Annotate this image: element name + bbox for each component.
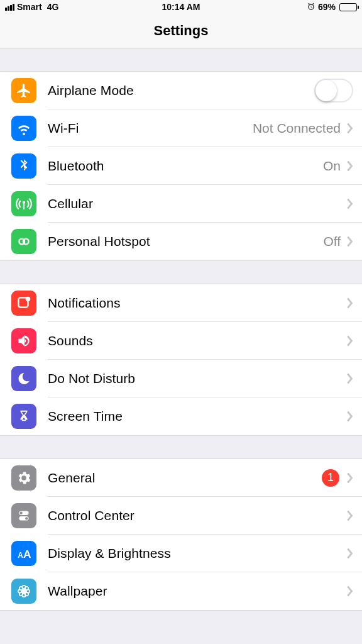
wifi-icon [11, 116, 36, 141]
alarm-icon [307, 3, 315, 11]
row-label: Wallpaper [48, 584, 347, 599]
row-label: Screen Time [48, 409, 347, 424]
row-bluetooth[interactable]: Bluetooth On [0, 147, 362, 185]
svg-point-18 [25, 592, 28, 596]
status-bar: Smart 4G 10:14 AM 69% [0, 0, 362, 14]
bluetooth-icon [11, 153, 36, 179]
row-label: Do Not Disturb [48, 371, 347, 386]
section-connectivity: Airplane Mode Wi-Fi Not Connected Blueto… [0, 71, 362, 261]
svg-point-10 [22, 589, 25, 592]
cellular-icon [11, 191, 36, 216]
row-airplane-mode[interactable]: Airplane Mode [0, 72, 362, 109]
row-label: Personal Hotspot [48, 234, 323, 249]
svg-point-15 [19, 587, 23, 590]
chevron-right-icon [347, 236, 353, 247]
row-label: Display & Brightness [48, 546, 347, 561]
row-label: Notifications [48, 296, 347, 311]
section-notifications: Notifications Sounds Do Not Disturb Scre… [0, 284, 362, 436]
row-value: Not Connected [253, 121, 341, 136]
carrier-label: Smart [17, 2, 42, 12]
chevron-right-icon [347, 335, 353, 347]
row-personal-hotspot[interactable]: Personal Hotspot Off [0, 223, 362, 260]
svg-point-3 [26, 297, 31, 302]
row-value: Off [323, 234, 341, 249]
airplane-icon [11, 78, 36, 103]
chevron-right-icon [347, 373, 353, 384]
row-label: Bluetooth [48, 158, 323, 174]
chevron-right-icon [347, 123, 353, 134]
notifications-icon [11, 291, 36, 316]
row-label: Airplane Mode [48, 83, 314, 98]
row-notifications[interactable]: Notifications [0, 284, 362, 322]
svg-point-5 [20, 512, 23, 514]
svg-point-16 [25, 587, 28, 590]
row-value: On [323, 158, 341, 174]
row-screen-time[interactable]: Screen Time [0, 397, 362, 435]
chevron-right-icon [347, 160, 353, 172]
row-general[interactable]: General 1 [0, 459, 362, 497]
svg-text:A: A [18, 551, 23, 560]
row-wallpaper[interactable]: Wallpaper [0, 572, 362, 610]
row-cellular[interactable]: Cellular [0, 185, 362, 223]
network-type: 4G [47, 2, 59, 12]
section-general: General 1 Control Center AA Display & Br… [0, 458, 362, 611]
notification-badge: 1 [322, 469, 339, 487]
page-title: Settings [0, 23, 362, 39]
chevron-right-icon [347, 586, 353, 597]
battery-icon [339, 3, 357, 11]
chevron-right-icon [347, 198, 353, 209]
row-control-center[interactable]: Control Center [0, 497, 362, 535]
gear-icon [11, 465, 36, 491]
chevron-right-icon [347, 411, 353, 422]
svg-point-17 [19, 592, 23, 596]
flower-icon [11, 579, 36, 604]
text-size-icon: AA [11, 541, 36, 566]
row-label: Wi-Fi [48, 121, 253, 136]
chevron-right-icon [347, 548, 353, 559]
chevron-right-icon [347, 297, 353, 309]
row-label: General [48, 470, 322, 486]
row-sounds[interactable]: Sounds [0, 322, 362, 360]
chevron-right-icon [347, 472, 353, 484]
svg-point-7 [25, 517, 28, 519]
sounds-icon [11, 328, 36, 353]
hourglass-icon [11, 404, 36, 429]
row-label: Sounds [48, 333, 347, 348]
hotspot-icon [11, 229, 36, 254]
nav-bar: Settings [0, 14, 362, 48]
row-label: Cellular [48, 196, 347, 211]
row-label: Control Center [48, 508, 347, 523]
svg-text:A: A [23, 548, 31, 560]
moon-icon [11, 366, 36, 391]
airplane-toggle[interactable] [314, 79, 353, 103]
row-wifi[interactable]: Wi-Fi Not Connected [0, 109, 362, 147]
toggles-icon [11, 503, 36, 528]
chevron-right-icon [347, 510, 353, 521]
row-display-brightness[interactable]: AA Display & Brightness [0, 535, 362, 572]
status-time: 10:14 AM [162, 2, 200, 12]
row-do-not-disturb[interactable]: Do Not Disturb [0, 360, 362, 397]
battery-percentage: 69% [318, 2, 336, 12]
cell-signal-icon [5, 4, 14, 11]
